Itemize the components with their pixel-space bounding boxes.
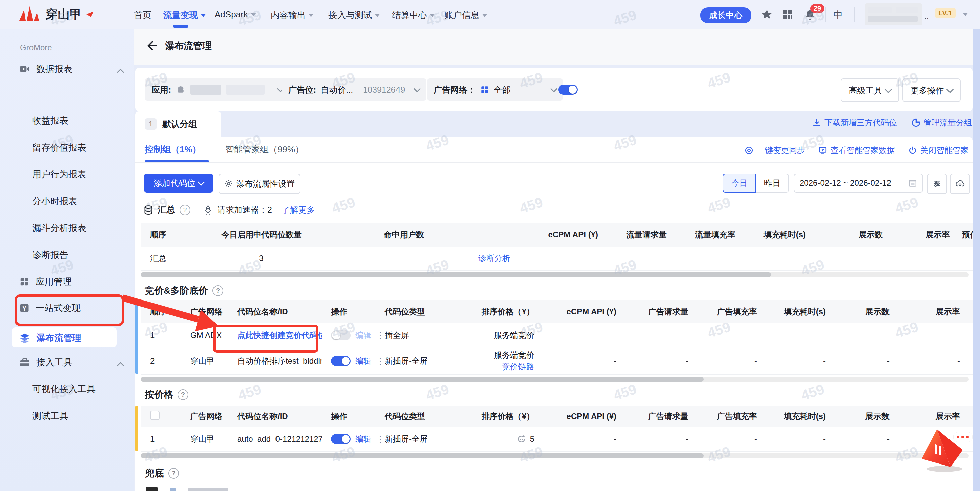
date-yesterday-button[interactable]: 昨日 — [756, 174, 789, 193]
summary-hscroll-thumb[interactable] — [141, 272, 771, 277]
col-header[interactable]: 排序价格（¥） — [442, 306, 536, 317]
col-header[interactable]: 今日启用中代码位数量 — [181, 230, 342, 240]
col-header[interactable]: 展示数 — [808, 230, 885, 240]
col-header[interactable]: 广告网络 — [181, 306, 228, 317]
col-header[interactable]: eCPM API (¥) — [523, 230, 600, 239]
col-header[interactable]: 展示率 — [885, 230, 952, 240]
col-header[interactable]: 广告填充率 — [690, 306, 759, 317]
col-header[interactable]: 填充耗时(s) — [737, 230, 808, 240]
date-today-button[interactable]: 今日 — [722, 174, 756, 193]
col-header[interactable]: 代码位类型 — [375, 306, 442, 317]
help-icon[interactable]: ? — [180, 205, 190, 215]
col-header[interactable]: 展示数 — [828, 306, 891, 317]
col-header[interactable]: 广告网络 — [181, 411, 228, 422]
tab-smart-group[interactable]: 智能管家组（99%） — [225, 143, 304, 155]
col-header[interactable]: 排序价格（¥） — [442, 411, 536, 422]
edit-button[interactable]: 编辑 — [355, 355, 371, 366]
floating-assistant-widget[interactable] — [918, 426, 975, 476]
learn-more-link[interactable]: 了解更多 — [282, 204, 315, 215]
col-header[interactable]: 流量填充率 — [669, 230, 737, 240]
col-header[interactable]: 填充耗时(s) — [759, 306, 828, 317]
col-header[interactable]: eCPM API (¥) — [536, 307, 618, 316]
chevron-up-icon[interactable] — [117, 69, 124, 76]
code-name[interactable]: auto_add_0-12121212755-5 — [228, 434, 322, 444]
group-tab-default[interactable]: 1 默认分组 — [135, 112, 221, 137]
more-actions-button[interactable]: 更多操作 — [902, 78, 961, 102]
nav-item-home[interactable]: 首页 — [134, 10, 151, 21]
nav-item-content-output[interactable]: 内容输出 — [271, 10, 314, 21]
col-header[interactable]: 代码位名称/ID — [228, 306, 322, 317]
apps-grid-icon[interactable] — [781, 9, 794, 21]
filter-toggle[interactable] — [558, 84, 578, 94]
manage-traffic-groups-link[interactable]: 管理流量分组 — [912, 117, 972, 128]
edit-button[interactable]: 编辑 — [355, 330, 371, 341]
language-switch[interactable]: 中 — [833, 9, 843, 21]
cloud-sync-button[interactable] — [950, 174, 970, 194]
sidebar-item-revenue-report[interactable]: 收益报表 — [32, 115, 68, 127]
col-header[interactable]: 操作 — [322, 411, 375, 422]
metric-settings-button[interactable] — [927, 174, 947, 194]
col-header[interactable]: 代码位类型 — [375, 411, 442, 422]
col-header[interactable]: 顺序 — [141, 306, 181, 317]
add-code-button[interactable]: 添加代码位 — [144, 174, 213, 193]
sidebar-item-integration-tools[interactable]: 接入工具 — [19, 356, 72, 368]
page-scrollbar[interactable] — [973, 29, 980, 491]
sidebar-item-behavior-report[interactable]: 用户行为报表 — [32, 168, 86, 180]
nav-item-settlement[interactable]: 结算中心 — [392, 10, 435, 21]
assistant-more-bubble[interactable] — [953, 432, 973, 442]
date-range-input[interactable]: 2026-02-12 ~ 2026-02-12 — [794, 174, 923, 193]
col-header[interactable]: 广告填充率 — [690, 411, 759, 422]
col-header[interactable]: eCPM API (¥) — [536, 411, 618, 421]
col-header[interactable]: 展示率 — [891, 411, 962, 422]
ad-network-select[interactable]: 广告网络： 全部 — [427, 78, 563, 100]
sidebar-item-funnel-report[interactable]: 漏斗分析报表 — [32, 222, 86, 234]
sidebar-item-hourly-report[interactable]: 分小时报表 — [32, 195, 78, 207]
app-logo[interactable]: 穿山甲 — [19, 5, 93, 24]
sidebar-item-test-tools[interactable]: 测试工具 — [32, 410, 68, 422]
ad-unit-select[interactable]: 广告位: 自动价... 103912649 — [282, 78, 426, 100]
col-header[interactable]: 顺序 — [141, 230, 181, 240]
auto-price-icon[interactable] — [517, 435, 526, 443]
sidebar-item-diagnosis-report[interactable]: 诊断报告 — [32, 249, 68, 261]
col-header[interactable]: 代码位名称/ID — [228, 411, 322, 422]
tab-control-group[interactable]: 控制组（1%） — [145, 143, 201, 155]
price-hscroll-thumb[interactable] — [141, 453, 704, 458]
chevron-up-icon[interactable] — [117, 362, 124, 369]
sidebar-item-app-management[interactable]: 应用管理 — [19, 276, 72, 288]
col-header[interactable]: 命中用户数 — [342, 230, 466, 240]
col-header[interactable]: 广告请求量 — [618, 306, 690, 317]
row-toggle[interactable] — [331, 434, 351, 444]
help-icon[interactable]: ? — [213, 285, 223, 296]
nav-item-adspark[interactable]: AdSpark — [215, 10, 256, 20]
close-smart-link[interactable]: 关闭智能管家 — [908, 145, 969, 156]
nav-item-monetization[interactable]: 流量变现 — [163, 10, 206, 21]
view-smart-data-link[interactable]: 查看智能管家数据 — [818, 145, 895, 156]
select-all-checkbox[interactable] — [150, 411, 159, 420]
bidding-hscroll-thumb[interactable] — [141, 377, 704, 382]
col-header[interactable]: 操作 — [322, 306, 375, 317]
star-icon[interactable] — [761, 9, 773, 21]
edit-button[interactable]: 编辑 — [355, 434, 371, 445]
col-header[interactable]: 广告请求量 — [618, 411, 690, 422]
nav-item-account-info[interactable]: 账户信息 — [444, 10, 487, 21]
avatar[interactable] — [865, 3, 922, 26]
bidding-chain-link[interactable]: 竞价链路 — [442, 361, 534, 372]
row-toggle[interactable] — [331, 356, 351, 366]
col-header[interactable]: 展示数 — [828, 411, 891, 422]
growth-center-badge[interactable]: 成长中心 — [700, 7, 751, 24]
col-header[interactable]: 填充耗时(s) — [759, 411, 828, 422]
help-icon[interactable]: ? — [178, 389, 188, 400]
sidebar-item-retention-report[interactable]: 留存价值报表 — [32, 142, 86, 154]
advanced-tools-button[interactable]: 高级工具 — [841, 78, 899, 102]
waterfall-settings-button[interactable]: 瀑布流属性设置 — [218, 174, 300, 194]
sidebar-item-waterfall-management[interactable]: 瀑布流管理 — [19, 332, 81, 344]
help-icon[interactable]: ? — [168, 468, 179, 478]
code-name[interactable]: 自动价格排序test_bidding_02_... — [228, 355, 322, 366]
col-header[interactable]: 展示率 — [891, 306, 962, 317]
back-arrow-icon[interactable] — [145, 40, 158, 52]
sidebar-item-one-stop[interactable]: ¥ 一站式变现 — [19, 302, 81, 314]
download-new-codes-link[interactable]: 下载新增三方代码位 — [813, 117, 897, 128]
app-select[interactable]: 应用: — [145, 78, 290, 100]
sidebar-item-visual-integration[interactable]: 可视化接入工具 — [32, 383, 95, 395]
row-toggle[interactable] — [331, 330, 351, 340]
